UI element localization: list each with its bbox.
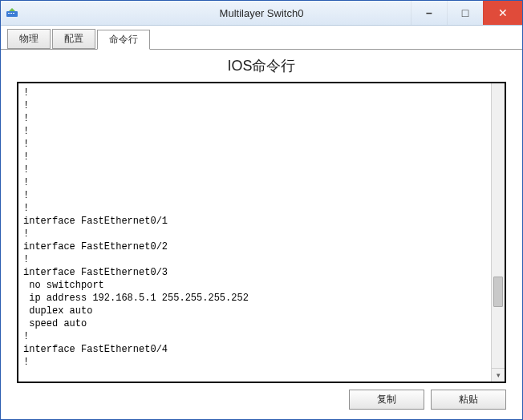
panel-heading: IOS命令行 bbox=[17, 55, 506, 82]
title-bar: Multilayer Switch0 – □ ✕ bbox=[1, 1, 522, 26]
button-row: 复制 粘贴 bbox=[17, 383, 506, 410]
svg-rect-0 bbox=[6, 11, 18, 17]
scroll-down-arrow[interactable]: ▾ bbox=[492, 368, 505, 382]
terminal-frame: ! ! ! ! ! ! ! ! ! ! interface FastEthern… bbox=[17, 82, 506, 383]
window-controls: – □ ✕ bbox=[411, 1, 522, 25]
svg-rect-1 bbox=[8, 13, 10, 14]
app-window: Multilayer Switch0 – □ ✕ 物理 配置 命令行 IOS命令… bbox=[0, 0, 523, 420]
svg-rect-3 bbox=[13, 13, 14, 14]
maximize-button[interactable]: □ bbox=[447, 1, 483, 25]
paste-button[interactable]: 粘贴 bbox=[431, 390, 506, 410]
tab-cli[interactable]: 命令行 bbox=[97, 30, 150, 50]
copy-button[interactable]: 复制 bbox=[349, 390, 424, 410]
vertical-scrollbar[interactable]: ▾ bbox=[491, 83, 505, 382]
minimize-button[interactable]: – bbox=[411, 1, 447, 25]
content-area: IOS命令行 ! ! ! ! ! ! ! ! ! ! interface Fas… bbox=[1, 50, 522, 419]
scrollbar-track[interactable] bbox=[492, 83, 505, 368]
app-icon bbox=[6, 6, 18, 19]
tab-physical[interactable]: 物理 bbox=[7, 29, 51, 49]
terminal-output[interactable]: ! ! ! ! ! ! ! ! ! ! interface FastEthern… bbox=[18, 83, 491, 382]
scrollbar-thumb[interactable] bbox=[493, 277, 503, 307]
close-button[interactable]: ✕ bbox=[483, 1, 522, 25]
tab-config[interactable]: 配置 bbox=[52, 29, 95, 49]
svg-rect-2 bbox=[10, 13, 12, 14]
tab-bar: 物理 配置 命令行 bbox=[1, 26, 522, 50]
